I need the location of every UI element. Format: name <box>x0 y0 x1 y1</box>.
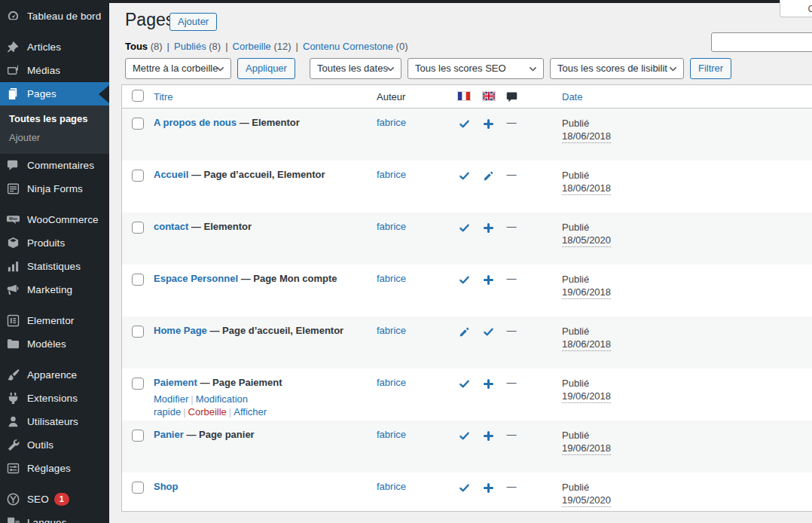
translation-add-icon[interactable] <box>483 118 494 130</box>
author-link[interactable]: fabrice <box>377 273 406 284</box>
translation-done-icon[interactable] <box>459 118 470 130</box>
row-checkbox[interactable] <box>132 118 144 130</box>
author-link[interactable]: fabrice <box>377 117 406 128</box>
row-checkbox[interactable] <box>132 482 144 494</box>
translation-done-icon[interactable] <box>459 378 470 390</box>
page-title-link[interactable]: Accueil <box>154 169 188 180</box>
sidebar-item-commentaires[interactable]: Commentaires <box>0 154 109 177</box>
readability-score-filter-select[interactable]: Tous les scores de lisibilit <box>550 58 684 79</box>
row-checkbox[interactable] <box>132 222 144 234</box>
sidebar-item-modeles[interactable]: Modèles <box>0 332 109 356</box>
submenu-item-toutes-les-pages[interactable]: Toutes les pages <box>0 109 109 128</box>
comments-count: — <box>500 109 523 161</box>
row-checkbox[interactable] <box>132 170 144 182</box>
translation-done-icon[interactable] <box>459 430 470 442</box>
table-row: Accueil — Page d’accueil, Elementorfabri… <box>122 161 812 213</box>
sidebar-item-seo[interactable]: SEO1 <box>0 488 109 511</box>
page-title-link[interactable]: Panier <box>154 429 184 440</box>
translation-add-icon[interactable] <box>483 274 494 286</box>
page-title-link[interactable]: Paiement <box>154 377 197 388</box>
view-separator: | <box>296 41 298 52</box>
translation-done-icon[interactable] <box>459 222 470 234</box>
sidebar-item-statistiques[interactable]: Statistiques <box>0 255 109 278</box>
sidebar-item-utilisateurs[interactable]: Utilisateurs <box>0 410 109 433</box>
chevron-down-icon <box>216 66 224 72</box>
sidebar-item-label: Elementor <box>27 315 74 326</box>
comments-icon <box>506 91 517 102</box>
author-link[interactable]: fabrice <box>377 429 406 440</box>
table-row: contact — Elementorfabrice—Publié18/05/2… <box>122 213 812 265</box>
submenu-item-ajouter[interactable]: Ajouter <box>0 128 109 147</box>
sidebar-item-pages[interactable]: Pages <box>0 82 109 106</box>
author-link[interactable]: fabrice <box>377 221 406 232</box>
sidebar-item-reglages[interactable]: Réglages <box>0 457 109 480</box>
translation-add-icon[interactable] <box>483 222 494 234</box>
author-link[interactable]: fabrice <box>377 325 406 336</box>
apply-button[interactable]: Appliquer <box>237 58 295 79</box>
sidebar-item-ninja-forms[interactable]: Ninja Forms <box>0 177 109 200</box>
row-checkbox[interactable] <box>132 274 144 286</box>
translation-add-icon[interactable] <box>483 430 494 442</box>
view-filter-corbeille[interactable]: Corbeille <box>233 41 271 52</box>
sidebar-item-apparence[interactable]: Apparence <box>0 363 109 387</box>
table-row: Shopfabrice—Publié19/05/2020 <box>122 473 812 511</box>
translation-edit-icon[interactable] <box>459 326 470 338</box>
chart-bars-icon <box>6 259 20 274</box>
translation-add-icon[interactable] <box>483 378 494 390</box>
publish-date: 19/06/2018 <box>562 390 611 403</box>
translation-done-icon[interactable] <box>459 482 470 494</box>
sidebar-item-langues[interactable]: Langues <box>0 511 109 523</box>
row-action-corbeille[interactable]: Corbeille <box>188 406 227 417</box>
sidebar-item-elementor[interactable]: Elementor <box>0 309 109 332</box>
view-filter-publi-s[interactable]: Publiés <box>174 41 206 52</box>
search-input[interactable] <box>711 32 812 52</box>
publish-date: 18/06/2018 <box>562 338 611 351</box>
view-separator: | <box>167 41 169 52</box>
sort-by-title-link[interactable]: Titre <box>154 91 173 102</box>
view-filter-tous[interactable]: Tous <box>125 41 148 52</box>
author-link[interactable]: fabrice <box>377 169 406 180</box>
sidebar-item-articles[interactable]: Articles <box>0 35 109 59</box>
sidebar-item-label: Articles <box>27 41 61 53</box>
page-title-link[interactable]: Shop <box>154 481 179 492</box>
row-checkbox[interactable] <box>132 326 144 338</box>
sort-by-date-link[interactable]: Date <box>562 91 582 102</box>
sidebar-item-extensions[interactable]: Extensions <box>0 387 109 410</box>
row-checkbox[interactable] <box>132 378 144 390</box>
sidebar-item-label: SEO <box>27 494 49 505</box>
translation-done-icon[interactable] <box>459 274 470 286</box>
author-link[interactable]: fabrice <box>377 377 406 388</box>
sidebar-item-medias[interactable]: Médias <box>0 59 109 82</box>
translation-add-icon[interactable] <box>483 482 494 494</box>
seo-icon <box>6 492 20 506</box>
sidebar-item-woocommerce[interactable]: WooWooCommerce <box>0 208 109 231</box>
sidebar-item-label: Médias <box>27 65 60 76</box>
page-title-link[interactable]: contact <box>154 221 188 232</box>
row-action-afficher[interactable]: Afficher <box>234 406 267 417</box>
sidebar-item-marketing[interactable]: Marketing <box>0 278 109 301</box>
sidebar-item-produits[interactable]: Produits <box>0 231 109 255</box>
select-all-checkbox[interactable] <box>132 90 144 102</box>
translation-edit-icon[interactable] <box>483 170 494 182</box>
seo-score-filter-select[interactable]: Tous les scores SEO <box>408 58 544 79</box>
page-title-link[interactable]: A propos de nous <box>154 117 237 128</box>
pages-icon <box>6 87 20 101</box>
post-state-label: — Page panier <box>186 429 254 440</box>
bulk-action-select[interactable]: Mettre à la corbeille <box>125 58 231 79</box>
view-filter-contenu-cornestone[interactable]: Contenu Cornestone <box>303 41 393 52</box>
author-link[interactable]: fabrice <box>377 481 406 492</box>
form-icon <box>6 182 20 196</box>
sidebar-item-outils[interactable]: Outils <box>0 433 109 457</box>
sidebar-item-label: Pages <box>27 88 56 99</box>
row-action-modifier[interactable]: Modifier <box>154 393 188 405</box>
add-page-button[interactable]: Ajouter <box>169 13 217 31</box>
dates-filter-select[interactable]: Toutes les dates <box>310 58 401 79</box>
filter-button[interactable]: Filtrer <box>690 58 731 79</box>
translation-done-icon[interactable] <box>483 326 494 338</box>
sidebar-item-tableau-de-bord[interactable]: Tableau de bord <box>0 5 109 28</box>
page-title-link[interactable]: Espace Personnel <box>154 273 238 284</box>
page-title-link[interactable]: Home Page <box>154 325 207 336</box>
translation-done-icon[interactable] <box>459 170 470 182</box>
screen-options-button[interactable]: Options <box>780 0 812 17</box>
row-checkbox[interactable] <box>132 430 144 442</box>
